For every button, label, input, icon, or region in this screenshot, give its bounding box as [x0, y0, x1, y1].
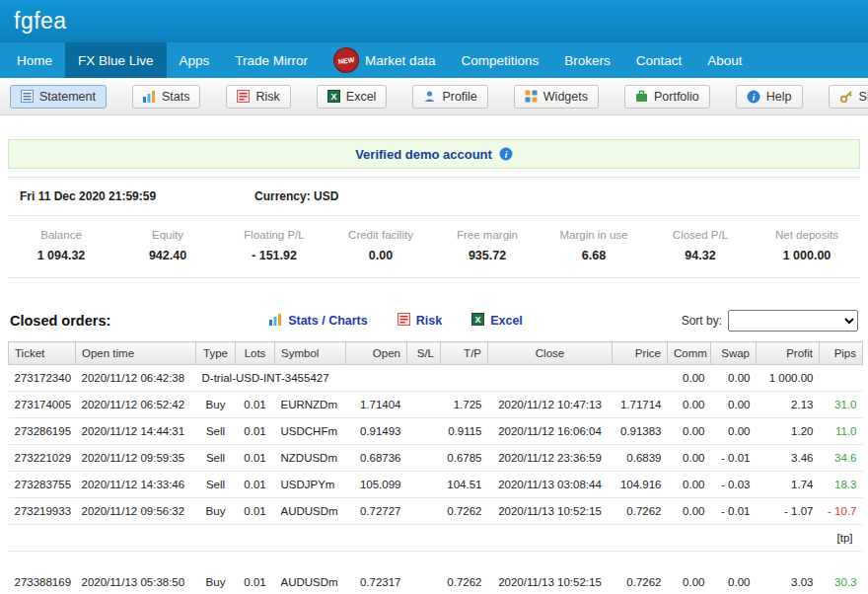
table-cell: 105.099 [346, 472, 407, 498]
table-cell: 104.51 [441, 472, 488, 498]
nav-item-contact[interactable]: Contact [623, 42, 695, 78]
table-cell [407, 569, 441, 594]
table-cell [820, 365, 863, 392]
risk-link[interactable]: Risk [398, 313, 442, 329]
nav-item-label: Trade Mirror [235, 53, 308, 68]
table-cell: USDCHFm [275, 418, 346, 445]
nav-item-label: Market data [365, 53, 435, 68]
table-cell: 0.7262 [441, 569, 488, 594]
column-header-close: Close [488, 342, 613, 365]
widgets-button[interactable]: Widgets [514, 85, 599, 109]
stats-icon [143, 90, 156, 103]
statement-button[interactable]: Statement [10, 85, 107, 109]
stats-button[interactable]: Stats [132, 85, 201, 109]
table-cell: 2020/11/12 14:44:31 [76, 418, 196, 445]
help-button[interactable]: iHelp [736, 85, 803, 109]
metric-label: Equity [114, 229, 221, 241]
profile-button[interactable]: Profile [412, 85, 487, 109]
table-cell: 0.00 [711, 392, 757, 418]
table-cell: 2020/11/12 23:36:59 [488, 445, 613, 472]
table-cell: 1 000.00 [757, 365, 820, 392]
column-header-profit: Profit [757, 342, 820, 365]
risk-button[interactable]: Risk [226, 85, 290, 109]
table-cell: Buy [196, 569, 236, 594]
main-nav: HomeFX Blue LiveAppsTrade MirrorNEWMarke… [0, 42, 868, 78]
table-cell: [tp] [9, 525, 863, 552]
table-cell: 2020/11/13 10:52:15 [488, 498, 613, 525]
metric-label: Free margin [434, 229, 541, 241]
table-cell: Buy [196, 498, 236, 525]
table-cell: 273219933 [9, 498, 76, 525]
nav-item-competitions[interactable]: Competitions [448, 42, 551, 78]
risk-icon [237, 90, 250, 103]
nav-item-label: Contact [636, 53, 683, 68]
table-cell: 0.91493 [346, 418, 407, 445]
table-cell: AUDUSDm [275, 498, 346, 525]
column-header-lots: Lots [236, 342, 275, 365]
nav-item-apps[interactable]: Apps [167, 42, 223, 78]
stats-charts-link[interactable]: Stats / Charts [269, 313, 368, 329]
profile-icon [423, 90, 436, 103]
table-cell: 18.3 [820, 472, 863, 498]
table-cell: 1.71714 [613, 392, 668, 418]
table-cell: - 0.03 [711, 472, 757, 498]
table-cell: 273286195 [9, 418, 76, 445]
order-row: 2732199332020/11/12 09:56:32Buy0.01AUDUS… [9, 498, 863, 525]
site-title: fgfea [14, 8, 67, 35]
sort-by-select[interactable] [728, 310, 858, 332]
info-icon[interactable]: i [499, 147, 513, 161]
table-cell: 2020/11/12 14:33:46 [76, 472, 196, 498]
table-cell: Sell [196, 472, 236, 498]
order-row: 2731740052020/11/12 06:52:42Buy0.01EURNZ… [9, 392, 863, 418]
order-row: 2732210292020/11/12 09:59:35Sell0.01NZDU… [9, 445, 863, 472]
table-cell: Buy [196, 392, 236, 418]
table-cell: 0.00 [668, 472, 711, 498]
closed-orders-table: TicketOpen timeTypeLotsSymbolOpenS/LT/PC… [8, 341, 863, 594]
currency-value: USD [314, 189, 338, 203]
order-row: 2732837552020/11/12 14:33:46Sell0.01USDJ… [9, 472, 863, 498]
metric-label: Net deposits [754, 229, 860, 241]
excel-button[interactable]: XExcel [317, 85, 388, 109]
nav-item-about[interactable]: About [694, 42, 755, 78]
nav-item-brokers[interactable]: Brokers [551, 42, 623, 78]
table-cell: 2020/11/12 09:59:35 [76, 445, 196, 472]
table-cell: 2020/11/13 05:38:50 [76, 569, 196, 594]
portfolio-button[interactable]: Portfolio [624, 85, 710, 109]
metric-net-deposits: Net deposits1 000.00 [754, 229, 860, 262]
nav-item-label: Apps [180, 53, 210, 68]
table-cell: 0.00 [668, 569, 711, 594]
table-cell: 273172340 [9, 365, 76, 392]
excel-link[interactable]: XExcel [471, 313, 523, 329]
table-cell [407, 445, 441, 472]
table-header-row: TicketOpen timeTypeLotsSymbolOpenS/LT/PC… [9, 342, 863, 365]
table-cell [407, 418, 441, 445]
currency-display: Currency: USD [254, 189, 338, 203]
table-cell: 0.68736 [346, 445, 407, 472]
order-row: 2733881692020/11/13 05:38:50Buy0.01AUDUS… [9, 569, 863, 594]
nav-item-home[interactable]: Home [4, 42, 65, 78]
nav-item-label: Brokers [564, 53, 611, 68]
nav-item-trade-mirror[interactable]: Trade Mirror [222, 42, 321, 78]
nav-item-market-data[interactable]: NEWMarket data [321, 42, 448, 78]
nav-item-fx-blue-live[interactable]: FX Blue Live [65, 42, 167, 78]
app-header: fgfea [0, 0, 868, 42]
table-cell: 0.01 [236, 569, 275, 594]
table-cell: 0.01 [236, 392, 275, 418]
table-cell: 31.0 [820, 392, 863, 418]
svg-text:X: X [475, 315, 481, 325]
metric-label: Closed P/L [647, 229, 754, 241]
table-cell: Sell [196, 418, 236, 445]
table-cell [9, 552, 863, 569]
sign-up-button[interactable]: Sign up [829, 85, 868, 109]
column-header-t-p: T/P [441, 342, 488, 365]
table-cell: 3.03 [757, 569, 820, 594]
table-cell: 2020/11/12 09:56:32 [76, 498, 196, 525]
table-cell: 273283755 [9, 472, 76, 498]
closed-orders-title: Closed orders: [10, 313, 110, 329]
nav-item-label: Competitions [461, 53, 539, 68]
portfolio-icon [635, 90, 648, 103]
order-row: 2732861952020/11/12 14:44:31Sell0.01USDC… [9, 418, 863, 445]
table-cell: - 1.07 [757, 498, 820, 525]
stats-icon [269, 313, 282, 329]
metric-value: 1 000.00 [754, 249, 860, 262]
